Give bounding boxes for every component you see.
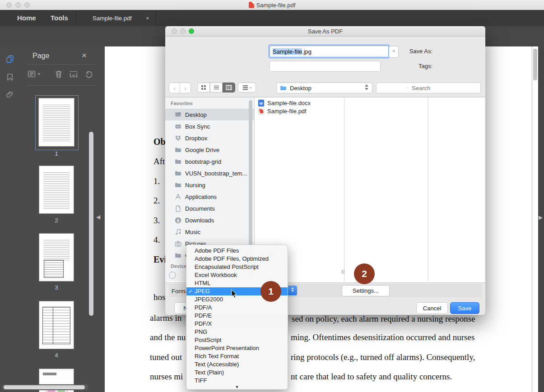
panel-scrollbar[interactable] bbox=[89, 132, 93, 316]
search-field[interactable] bbox=[376, 83, 481, 93]
menu-item[interactable]: Encapsulated PostScript bbox=[186, 263, 288, 271]
page-thumbnails-panel: Page × ▾ 1 2 3 4 bbox=[0, 46, 105, 392]
bookmarks-icon[interactable] bbox=[5, 73, 14, 83]
divider bbox=[27, 85, 97, 86]
thumbnail-selection-box[interactable] bbox=[35, 95, 79, 150]
tab-tools[interactable]: Tools bbox=[51, 14, 68, 22]
sidebar-item-desktop[interactable]: Desktop bbox=[165, 109, 254, 120]
attachments-icon[interactable] bbox=[5, 90, 14, 101]
document-icon bbox=[174, 205, 182, 212]
group-by-button[interactable]: ˅ bbox=[238, 83, 256, 92]
music-icon bbox=[174, 228, 182, 236]
sidebar-item-vusn-bootstrap[interactable]: VUSN_bootstrap_tem... bbox=[165, 167, 254, 179]
tags-input[interactable] bbox=[270, 61, 381, 72]
dialog-minimize-button[interactable] bbox=[180, 28, 186, 34]
location-popup[interactable]: Desktop bbox=[276, 83, 372, 93]
sidebar-item-bootstrap-grid[interactable]: bootstrap-grid bbox=[165, 156, 254, 167]
downloads-icon bbox=[174, 217, 182, 224]
page-thumbnail-1[interactable] bbox=[39, 98, 74, 146]
column-view-button[interactable] bbox=[223, 83, 235, 92]
sidebar-item-label: Box Sync bbox=[185, 123, 210, 130]
mouse-cursor bbox=[231, 289, 237, 299]
sidebar-item-documents[interactable]: Documents bbox=[165, 203, 254, 214]
rotate-pages-icon[interactable] bbox=[84, 69, 94, 81]
search-icon bbox=[407, 85, 409, 91]
menu-item[interactable]: Text (Accessible) bbox=[186, 360, 288, 369]
tab-close-icon[interactable]: × bbox=[146, 15, 149, 22]
folder-icon bbox=[174, 170, 182, 177]
menu-scroll-down-icon[interactable]: ▼ bbox=[186, 385, 288, 390]
menu-item[interactable]: Adobe PDF Files bbox=[186, 247, 288, 255]
sidebar-item-label: Dropbox bbox=[185, 135, 207, 142]
menu-item[interactable]: PNG bbox=[186, 328, 288, 336]
search-input[interactable] bbox=[411, 84, 480, 92]
page-thumbnails-icon[interactable] bbox=[5, 55, 14, 65]
dialog-close-button[interactable] bbox=[172, 28, 177, 34]
window-titlebar: Sample-file.pdf bbox=[0, 0, 544, 10]
dialog-title: Save As PDF bbox=[165, 28, 485, 35]
sidebar-item-applications[interactable]: Applications bbox=[165, 191, 254, 203]
menu-item[interactable]: PDF/X bbox=[186, 320, 288, 328]
icon-view-button[interactable] bbox=[197, 83, 210, 92]
thumbnail-label: 4 bbox=[35, 352, 78, 359]
thumbnail-label: 2 bbox=[35, 217, 78, 224]
doc-fragment: and the nu bbox=[150, 332, 186, 342]
settings-button[interactable]: Settings... bbox=[342, 285, 390, 296]
extract-pages-icon[interactable] bbox=[69, 69, 79, 81]
column-resize-handle[interactable] bbox=[344, 270, 344, 274]
menu-item[interactable]: Rich Text Format bbox=[186, 352, 288, 360]
sidebar-item-google-drive[interactable]: Google Drive bbox=[165, 144, 254, 156]
tab-document[interactable]: Sample-file.pdf bbox=[93, 15, 132, 22]
menu-item[interactable]: TIFF bbox=[186, 377, 288, 385]
file-name: Sample-file.pdf bbox=[267, 108, 307, 115]
dialog-zoom-button[interactable] bbox=[189, 28, 194, 34]
sidebar-item-downloads[interactable]: Downloads bbox=[165, 214, 254, 226]
tab-home[interactable]: Home bbox=[17, 14, 36, 22]
collapse-panel-arrow[interactable]: ◀ bbox=[96, 214, 100, 220]
sidebar-item-label: Google Drive bbox=[185, 147, 219, 153]
popup-chevrons-icon bbox=[365, 84, 368, 90]
menu-item[interactable]: PDF/E bbox=[186, 312, 288, 320]
delete-pages-icon[interactable] bbox=[54, 69, 64, 81]
dropbox-icon bbox=[174, 134, 182, 142]
sidebar-item-label: Nursing bbox=[185, 182, 205, 189]
page-thumbnail-4[interactable] bbox=[39, 301, 74, 349]
column-divider[interactable] bbox=[344, 97, 344, 281]
thumbnail-options-button[interactable]: ▾ bbox=[27, 69, 40, 79]
sidebar-item-nursing[interactable]: Nursing bbox=[165, 179, 254, 191]
svg-text:box: box bbox=[177, 125, 180, 128]
file-row-docx[interactable]: W Sample-file.docx bbox=[258, 99, 311, 107]
thumbnail-label: 3 bbox=[35, 284, 78, 291]
panel-hscroll-thumb[interactable] bbox=[4, 385, 85, 389]
doc-fragment: ming. Oftentimes desensitization occurre… bbox=[291, 332, 474, 342]
page-thumbnail-3[interactable] bbox=[39, 234, 74, 281]
list-view-button[interactable] bbox=[210, 83, 223, 92]
desktop-icon bbox=[174, 111, 182, 119]
menu-item[interactable]: Excel Workbook bbox=[186, 271, 288, 279]
pdf-file-icon bbox=[249, 2, 254, 8]
menu-item[interactable]: Text (Plain) bbox=[186, 369, 288, 377]
page-thumbnail-2[interactable] bbox=[39, 166, 74, 213]
step-badge-1: 1 bbox=[260, 281, 281, 302]
menu-item[interactable]: PowerPoint Presentation bbox=[186, 344, 288, 352]
doc-fragment: nurses mi bbox=[150, 372, 183, 382]
filename-input[interactable]: Sample-file.jpg bbox=[270, 46, 389, 57]
menu-item[interactable]: PDF/A bbox=[186, 304, 288, 312]
panel-close-icon[interactable]: × bbox=[82, 51, 87, 60]
collapse-dialog-button[interactable]: ^ bbox=[389, 46, 399, 58]
expand-right-panel-arrow[interactable]: ▶ bbox=[539, 214, 543, 221]
back-button[interactable]: ‹ bbox=[169, 83, 180, 93]
sidebar-item-music[interactable]: Music bbox=[165, 226, 254, 238]
forward-button[interactable]: › bbox=[180, 83, 191, 93]
sidebar-item-box-sync[interactable]: box Box Sync bbox=[165, 120, 254, 132]
menu-item[interactable]: Adobe PDF Files, Optimized bbox=[186, 255, 288, 263]
sidebar-item-dropbox[interactable]: Dropbox bbox=[165, 132, 254, 144]
menu-item[interactable]: PostScript bbox=[186, 336, 288, 344]
document-scrollbar[interactable] bbox=[533, 49, 537, 80]
cancel-button[interactable]: Cancel bbox=[416, 302, 448, 314]
file-row-pdf[interactable]: Sample-file.pdf bbox=[258, 107, 307, 115]
column-resize-handle[interactable] bbox=[342, 270, 343, 274]
column-divider[interactable] bbox=[428, 97, 428, 281]
doc-fragment: Ob bbox=[153, 137, 166, 147]
save-button[interactable]: Save bbox=[450, 302, 479, 314]
